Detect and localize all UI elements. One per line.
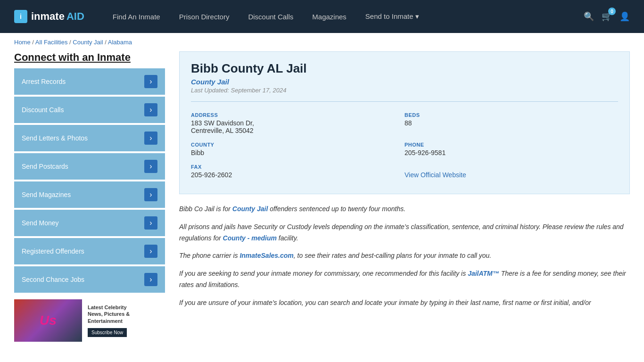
fax-value: 205-926-2602 — [191, 171, 405, 179]
arrow-icon: › — [144, 188, 157, 201]
nav-discount-calls[interactable]: Discount Calls — [239, 0, 303, 33]
arrow-icon: › — [144, 160, 157, 173]
nav-find-inmate[interactable]: Find An Inmate — [103, 0, 170, 33]
detail-fax: FAX 205-926-2602 — [191, 160, 405, 182]
nav-send-to-inmate[interactable]: Send to Inmate ▾ — [356, 0, 429, 33]
facility-description: Bibb Co Jail is for County Jail offender… — [179, 204, 630, 309]
facility-updated: Last Updated: September 17, 2024 — [191, 87, 618, 94]
ad-title: Latest Celebrity News, Pictures & Entert… — [88, 304, 159, 324]
desc-para3: The phone carrier is InmateSales.com, to… — [179, 250, 630, 262]
desc-para2: All prisons and jails have Security or C… — [179, 222, 630, 244]
address-value: 183 SW Davidson Dr, Centreville, AL 3504… — [191, 119, 405, 134]
jailatm-link[interactable]: JailATM™ — [468, 270, 499, 277]
sidebar-btn-second-chance[interactable]: Second Chance Jobs › — [14, 266, 165, 293]
breadcrumb-all-facilities[interactable]: All Facilities — [35, 39, 68, 46]
site-logo[interactable]: i inmateAID — [14, 10, 84, 23]
sidebar-btn-send-money[interactable]: Send Money › — [14, 210, 165, 236]
detail-county: COUNTY Bibb — [191, 138, 405, 160]
site-header: i inmateAID Find An Inmate Prison Direct… — [0, 0, 644, 33]
county-jail-link[interactable]: County Jail — [232, 205, 268, 213]
sidebar: Connect with an Inmate Arrest Records › … — [14, 51, 165, 342]
inmate-sales-link[interactable]: InmateSales.com — [239, 252, 293, 259]
main-content: Bibb County AL Jail County Jail Last Upd… — [179, 51, 630, 342]
breadcrumb-home[interactable]: Home — [14, 39, 31, 46]
county-medium-link[interactable]: County - medium — [223, 234, 277, 242]
breadcrumb-county-jail[interactable]: County Jail — [73, 39, 103, 46]
facility-name: Bibb County AL Jail — [191, 61, 618, 76]
breadcrumb: Home / All Facilities / County Jail / Al… — [0, 33, 644, 51]
breadcrumb-state[interactable]: Alabama — [108, 39, 132, 46]
arrow-icon: › — [144, 132, 157, 145]
ad-subscribe-button[interactable]: Subscribe Now — [88, 328, 127, 337]
nav-magazines[interactable]: Magazines — [303, 0, 356, 33]
sidebar-btn-discount-calls[interactable]: Discount Calls › — [14, 97, 165, 123]
phone-value: 205-926-9581 — [405, 149, 618, 156]
user-icon[interactable]: 👤 — [619, 11, 630, 22]
detail-address: ADDRESS 183 SW Davidson Dr, Centreville,… — [191, 108, 405, 138]
sidebar-btn-arrest-records[interactable]: Arrest Records › — [14, 68, 165, 95]
facility-details: ADDRESS 183 SW Davidson Dr, Centreville,… — [191, 101, 618, 182]
facility-type: County Jail — [191, 78, 618, 86]
beds-value: 88 — [405, 119, 618, 127]
arrow-icon: › — [144, 103, 157, 116]
detail-beds: BEDS 88 — [405, 108, 618, 138]
cart-icon[interactable]: 🛒 0 — [602, 11, 612, 22]
cart-badge-count: 0 — [608, 8, 616, 15]
logo-text-atm: AID — [66, 10, 84, 23]
detail-phone: PHONE 205-926-9581 — [405, 138, 618, 160]
sidebar-btn-registered-offenders[interactable]: Registered Offenders › — [14, 238, 165, 264]
desc-para5: If you are unsure of your inmate’s locat… — [179, 297, 630, 309]
logo-text-inmate: inmate — [31, 10, 65, 23]
facility-card: Bibb County AL Jail County Jail Last Upd… — [179, 51, 630, 194]
sidebar-btn-send-magazines[interactable]: Send Magazines › — [14, 181, 165, 208]
main-container: Connect with an Inmate Arrest Records › … — [0, 51, 644, 356]
county-value: Bibb — [191, 149, 405, 156]
sidebar-btn-send-postcards[interactable]: Send Postcards › — [14, 153, 165, 180]
detail-website: ​ View Official Website — [405, 160, 618, 182]
nav-prison-directory[interactable]: Prison Directory — [170, 0, 239, 33]
search-icon[interactable]: 🔍 — [584, 11, 594, 22]
header-icons: 🔍 🛒 0 👤 — [584, 11, 630, 22]
desc-para4: If you are seeking to send your inmate m… — [179, 268, 630, 291]
website-link[interactable]: View Official Website — [405, 171, 466, 179]
ad-image: Us — [14, 299, 82, 342]
advertisement: Us Latest Celebrity News, Pictures & Ent… — [14, 299, 165, 342]
arrow-icon: › — [144, 75, 157, 88]
arrow-icon: › — [144, 245, 157, 258]
arrow-icon: › — [144, 273, 157, 286]
main-nav: Find An Inmate Prison Directory Discount… — [103, 0, 565, 33]
sidebar-title: Connect with an Inmate — [14, 51, 165, 64]
sidebar-btn-send-letters[interactable]: Send Letters & Photos › — [14, 125, 165, 151]
arrow-icon: › — [144, 216, 157, 230]
desc-para1: Bibb Co Jail is for County Jail offender… — [179, 204, 630, 215]
logo-icon: i — [14, 10, 27, 23]
